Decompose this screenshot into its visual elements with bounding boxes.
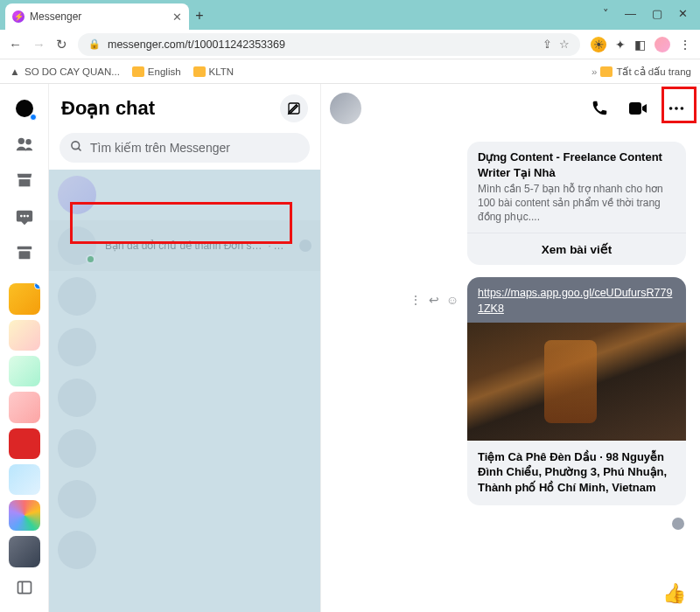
browser-toolbar: ← → ↻ 🔒 messenger.com/t/100011242353369 … (0, 30, 700, 59)
map-link-card[interactable]: https://maps.app.goo.gl/ceUDufursR7791ZK… (467, 277, 686, 506)
map-url-link[interactable]: https://maps.app.goo.gl/ceUDufursR7791ZK… (478, 287, 672, 315)
svg-rect-6 (17, 246, 32, 249)
lock-icon: 🔒 (88, 38, 101, 50)
card-description: Mình cần 5-7 bạn hỗ trợ nhanh cho hơn 10… (478, 182, 676, 225)
extension-square-icon[interactable]: ◧ (634, 38, 646, 52)
window-minimize-icon[interactable]: — (625, 7, 636, 20)
rail-collapse-icon[interactable] (9, 573, 40, 603)
bookmark-kltn[interactable]: KLTN (193, 66, 234, 77)
window-chevron-icon[interactable]: ˅ (603, 7, 609, 20)
seen-indicator (299, 240, 312, 252)
chat-composer: 👍 (321, 575, 700, 612)
rail-story-thumb[interactable] (9, 464, 40, 495)
svg-line-12 (78, 148, 80, 150)
address-bar[interactable]: 🔒 messenger.com/t/100011242353369 ⇪ ☆ (78, 33, 580, 56)
message-reply-icon[interactable]: ↩ (429, 293, 439, 307)
link-preview-card[interactable]: Dựng Content - Freelance Content Writer … (467, 142, 686, 265)
conversation-row[interactable] (49, 322, 320, 372)
svg-point-1 (18, 138, 24, 144)
message-actions: ⋮ ↩ ☺ (410, 293, 458, 307)
messenger-favicon: ⚡ (12, 10, 24, 23)
browser-tab[interactable]: ⚡ Messenger ✕ (5, 3, 189, 30)
url-text: messenger.com/t/100011242353369 (108, 38, 285, 51)
svg-rect-8 (18, 582, 31, 594)
rail-story-thumb[interactable] (9, 500, 40, 531)
svg-rect-10 (289, 103, 299, 114)
svg-rect-13 (629, 102, 641, 115)
rail-story-thumb[interactable] (9, 536, 40, 567)
chevron-right-icon: » (592, 66, 597, 77)
svg-point-4 (23, 214, 25, 217)
back-button[interactable]: ← (9, 37, 22, 52)
window-titlebar: ⚡ Messenger ✕ + ˅ — ▢ ✕ (0, 0, 700, 30)
search-placeholder: Tìm kiếm trên Messenger (90, 141, 230, 155)
chat-messages: Dựng Content - Freelance Content Writer … (321, 133, 700, 575)
video-call-button[interactable] (623, 94, 653, 123)
window-maximize-icon[interactable]: ▢ (652, 7, 662, 20)
card-cta-button[interactable]: Xem bài viết (467, 233, 686, 265)
search-input[interactable]: Tìm kiếm trên Messenger (60, 133, 310, 163)
browser-menu-icon[interactable]: ⋮ (679, 38, 691, 52)
rail-people-icon[interactable] (9, 129, 40, 159)
folder-icon (600, 66, 612, 77)
conversation-row[interactable] (49, 525, 320, 575)
more-options-button[interactable] (662, 94, 691, 123)
rail-story-thumb[interactable] (9, 428, 40, 459)
compose-button[interactable] (280, 94, 308, 122)
svg-point-11 (72, 142, 80, 150)
conversation-preview: Bạn đã đổi chủ đề thành Đơn s… (105, 240, 262, 252)
bookmark-all[interactable]: » Tất cả dấu trang (592, 66, 691, 78)
tab-close-icon[interactable]: ✕ (172, 10, 182, 24)
conversation-row[interactable] (49, 372, 320, 423)
rail-story-thumb[interactable] (9, 392, 40, 422)
avatar (58, 480, 96, 518)
conversation-row-selected[interactable]: Bạn đã đổi chủ đề thành Đơn s… · 2 giờ (49, 220, 320, 271)
map-caption: Tiệm Cà Phê Đèn Dầu · 98 Nguyễn Đình Chi… (467, 441, 686, 506)
svg-point-3 (19, 214, 22, 217)
drive-icon: ▲ (9, 66, 21, 78)
extension-icon[interactable]: ☀ (591, 37, 606, 52)
voice-call-button[interactable] (584, 94, 614, 123)
rail-requests-icon[interactable] (9, 201, 40, 232)
svg-point-16 (681, 107, 684, 110)
online-dot-icon (86, 254, 95, 264)
forward-button[interactable]: → (32, 37, 46, 52)
rail-story-thumb[interactable] (9, 356, 40, 386)
avatar (58, 328, 96, 366)
conversation-row[interactable] (49, 271, 320, 322)
unread-dot-icon (34, 283, 40, 289)
bookmark-star-icon[interactable]: ☆ (559, 38, 570, 51)
conversation-row[interactable]: – (49, 170, 320, 220)
chat-header-avatar[interactable] (330, 93, 361, 124)
tab-title: Messenger (30, 10, 81, 23)
avatar (58, 531, 96, 569)
chat-list-panel: Đoạn chat Tìm kiếm trên Messenger – Bạn … (49, 84, 320, 612)
rail-marketplace-icon[interactable] (9, 165, 40, 196)
rail-archive-icon[interactable] (9, 237, 40, 268)
window-close-icon[interactable]: ✕ (678, 7, 688, 20)
avatar (58, 226, 96, 265)
conversation-row[interactable] (49, 423, 320, 474)
svg-point-15 (675, 107, 678, 110)
search-icon (70, 140, 83, 156)
rail-story-thumb[interactable] (9, 283, 40, 314)
bookmark-drive[interactable]: ▲ SO DO CAY QUAN... (9, 66, 120, 78)
profile-avatar-icon[interactable] (654, 37, 670, 52)
rail-chats-icon[interactable] (9, 93, 40, 123)
chat-list-items: – Bạn đã đổi chủ đề thành Đơn s… · 2 giờ (49, 170, 320, 612)
svg-point-5 (26, 214, 29, 217)
message-react-icon[interactable]: ☺ (446, 293, 458, 307)
map-preview-image (467, 323, 686, 441)
reload-button[interactable]: ↻ (56, 37, 67, 52)
rail-story-thumb[interactable] (9, 320, 40, 351)
bookmark-english[interactable]: English (132, 66, 181, 77)
avatar (58, 176, 96, 214)
like-button[interactable]: 👍 (662, 582, 686, 605)
extensions-puzzle-icon[interactable]: ✦ (615, 38, 626, 52)
avatar (58, 379, 96, 417)
message-more-icon[interactable]: ⋮ (410, 293, 422, 307)
unread-dot-icon (30, 114, 37, 121)
new-tab-button[interactable]: + (189, 5, 210, 26)
share-icon[interactable]: ⇪ (542, 38, 552, 51)
conversation-row[interactable] (49, 474, 320, 525)
